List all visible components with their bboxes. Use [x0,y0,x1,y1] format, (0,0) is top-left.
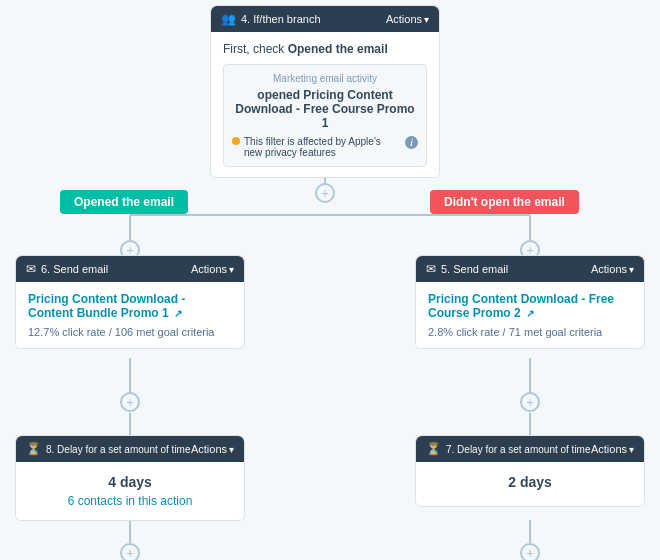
privacy-text: This filter is affected by Apple's new p… [244,136,399,158]
privacy-note: This filter is affected by Apple's new p… [232,136,418,158]
delay-right-title: 7. Delay for a set amount of time [446,444,591,455]
send-email-right-actions-button[interactable]: Actions [591,263,634,275]
send-email-right-title: 5. Send email [441,263,508,275]
workflow-canvas: 👥 4. If/then branch Actions First, check… [0,0,660,560]
send-email-left-card: ✉ 6. Send email Actions Pricing Content … [15,255,245,349]
plus-button-branch-bottom[interactable]: + [315,183,335,203]
opened-branch-label: Opened the email [60,190,188,214]
delay-left-header: ⏳ 8. Delay for a set amount of time Acti… [16,436,244,462]
send-email-right-stats: 2.8% click rate / 71 met goal criteria [428,326,632,338]
delay-left-icon: ⏳ [26,442,41,456]
branch-check-label: First, check Opened the email [223,42,427,56]
send-email-left-title: 6. Send email [41,263,108,275]
not-opened-branch-label: Didn't open the email [430,190,579,214]
branch-actions-button[interactable]: Actions [386,13,429,25]
send-email-left-icon: ✉ [26,262,36,276]
branch-card-title: 4. If/then branch [241,13,321,25]
send-email-left-body: Pricing Content Download - Content Bundl… [16,282,244,348]
plus-button-right-mid[interactable]: + [520,392,540,412]
send-email-left-header: ✉ 6. Send email Actions [16,256,244,282]
branch-filter-box: Marketing email activity opened Pricing … [223,64,427,167]
delay-left-actions-button[interactable]: Actions [191,443,234,455]
delay-right-icon: ⏳ [426,442,441,456]
plus-button-left-mid[interactable]: + [120,392,140,412]
delay-right-days: 2 days [428,474,632,490]
delay-left-title: 8. Delay for a set amount of time [46,444,191,455]
branch-card: 👥 4. If/then branch Actions First, check… [210,5,440,178]
send-email-right-icon: ✉ [426,262,436,276]
send-email-right-card: ✉ 5. Send email Actions Pricing Content … [415,255,645,349]
filter-title: Marketing email activity [232,73,418,84]
delay-left-body: 4 days 6 contacts in this action [16,462,244,520]
branch-card-body: First, check Opened the email Marketing … [211,32,439,177]
send-email-right-header: ✉ 5. Send email Actions [416,256,644,282]
send-email-right-body: Pricing Content Download - Free Course P… [416,282,644,348]
delay-left-contacts[interactable]: 6 contacts in this action [28,494,232,508]
delay-right-actions-button[interactable]: Actions [591,443,634,455]
plus-button-left-bottom[interactable]: + [120,543,140,560]
delay-right-header: ⏳ 7. Delay for a set amount of time Acti… [416,436,644,462]
branch-card-header: 👥 4. If/then branch Actions [211,6,439,32]
external-link-right-icon: ↗ [526,308,534,319]
delay-right-body: 2 days [416,462,644,506]
send-email-left-link-text: Pricing Content Download - Content Bundl… [28,292,185,320]
send-email-left-stats: 12.7% click rate / 106 met goal criteria [28,326,232,338]
info-icon[interactable]: i [405,136,418,149]
send-email-left-link[interactable]: Pricing Content Download - Content Bundl… [28,292,232,320]
delay-left-days: 4 days [28,474,232,490]
plus-button-right-bottom[interactable]: + [520,543,540,560]
send-email-left-actions-button[interactable]: Actions [191,263,234,275]
send-email-right-link[interactable]: Pricing Content Download - Free Course P… [428,292,632,320]
external-link-icon: ↗ [174,308,182,319]
delay-left-card: ⏳ 8. Delay for a set amount of time Acti… [15,435,245,521]
branch-icon: 👥 [221,12,236,26]
delay-right-card: ⏳ 7. Delay for a set amount of time Acti… [415,435,645,507]
branch-check-bold: Opened the email [288,42,388,56]
privacy-dot-icon [232,137,240,145]
filter-desc: opened Pricing Content Download - Free C… [232,88,418,130]
send-email-right-link-text: Pricing Content Download - Free Course P… [428,292,614,320]
